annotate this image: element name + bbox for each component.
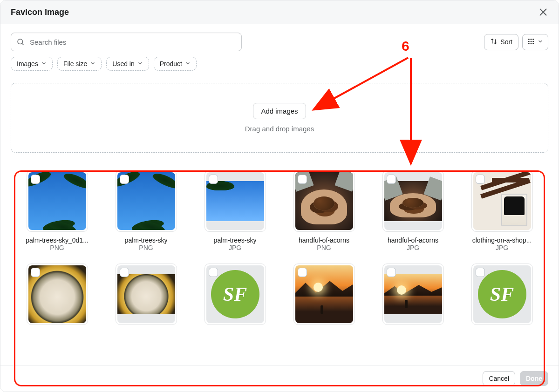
svg-point-5 bbox=[531, 39, 532, 40]
file-card[interactable] bbox=[19, 264, 95, 325]
done-button[interactable]: Done bbox=[520, 371, 548, 386]
chevron-down-icon bbox=[538, 38, 543, 46]
file-card[interactable] bbox=[108, 264, 184, 325]
svg-point-4 bbox=[528, 39, 530, 40]
search-icon bbox=[16, 38, 25, 46]
file-name: clothing-on-a-shop... bbox=[472, 237, 532, 244]
close-icon[interactable] bbox=[538, 7, 548, 17]
file-thumbnail[interactable] bbox=[116, 170, 177, 232]
grid-icon bbox=[527, 38, 535, 47]
svg-point-12 bbox=[532, 43, 534, 44]
file-card[interactable]: clothing-on-a-shop...JPG bbox=[464, 170, 540, 251]
file-card[interactable]: SF bbox=[197, 264, 273, 325]
file-thumbnail[interactable] bbox=[382, 264, 444, 325]
toolbar: Sort bbox=[0, 24, 559, 56]
select-checkbox[interactable] bbox=[31, 268, 40, 277]
cancel-button[interactable]: Cancel bbox=[483, 371, 515, 386]
chevron-down-icon bbox=[90, 60, 95, 68]
select-checkbox[interactable] bbox=[298, 175, 307, 184]
file-type: JPG bbox=[496, 244, 508, 251]
search-field[interactable] bbox=[11, 33, 242, 51]
gallery-grid: palm-trees-sky_0d1...PNGpalm-trees-skyPN… bbox=[11, 160, 548, 330]
search-input[interactable] bbox=[11, 33, 242, 51]
chevron-down-icon bbox=[185, 60, 191, 68]
svg-point-2 bbox=[18, 39, 23, 44]
file-card[interactable]: palm-trees-sky_0d1...PNG bbox=[19, 170, 95, 251]
filter-file-size[interactable]: File size bbox=[57, 57, 102, 71]
modal-footer: Cancel Done bbox=[0, 365, 559, 392]
select-checkbox[interactable] bbox=[476, 268, 485, 277]
file-card[interactable] bbox=[286, 264, 362, 325]
filter-label: Used in bbox=[112, 60, 134, 68]
dropzone[interactable]: Add images Drag and drop images bbox=[11, 83, 548, 153]
chevron-down-icon bbox=[137, 60, 143, 68]
file-type: PNG bbox=[139, 244, 153, 251]
svg-point-6 bbox=[532, 39, 534, 40]
file-card[interactable]: handful-of-acornsPNG bbox=[286, 170, 362, 251]
filter-label: File size bbox=[63, 60, 87, 68]
file-thumbnail[interactable] bbox=[293, 170, 355, 232]
file-type: PNG bbox=[50, 244, 64, 251]
svg-point-10 bbox=[528, 43, 530, 44]
file-name: handful-of-acorns bbox=[299, 237, 349, 244]
filter-product[interactable]: Product bbox=[154, 57, 197, 71]
select-checkbox[interactable] bbox=[120, 175, 129, 184]
file-name: palm-trees-sky bbox=[125, 237, 168, 244]
filter-images[interactable]: Images bbox=[11, 57, 53, 71]
right-controls: Sort bbox=[484, 34, 548, 50]
file-name: palm-trees-sky_0d1... bbox=[26, 237, 89, 244]
filter-used-in[interactable]: Used in bbox=[106, 57, 149, 71]
svg-point-11 bbox=[531, 43, 532, 44]
file-thumbnail[interactable] bbox=[382, 170, 444, 232]
select-checkbox[interactable] bbox=[387, 268, 396, 277]
svg-point-8 bbox=[531, 41, 532, 42]
file-thumbnail[interactable] bbox=[27, 264, 88, 325]
svg-point-7 bbox=[528, 41, 530, 42]
favicon-modal: Favicon image Sort bbox=[0, 0, 559, 392]
file-type: PNG bbox=[317, 244, 331, 251]
chevron-down-icon bbox=[41, 60, 47, 68]
file-type: JPG bbox=[229, 244, 241, 251]
select-checkbox[interactable] bbox=[209, 268, 218, 277]
file-name: handful-of-acorns bbox=[388, 237, 438, 244]
select-checkbox[interactable] bbox=[476, 175, 485, 184]
select-checkbox[interactable] bbox=[387, 175, 396, 184]
dropzone-hint: Drag and drop images bbox=[245, 125, 314, 133]
filter-label: Images bbox=[17, 60, 38, 68]
filters: Images File size Used in Product bbox=[0, 56, 559, 77]
select-checkbox[interactable] bbox=[120, 268, 129, 277]
file-name: palm-trees-sky bbox=[214, 237, 257, 244]
view-toggle-button[interactable] bbox=[522, 34, 548, 50]
file-thumbnail[interactable]: SF bbox=[205, 264, 266, 325]
file-thumbnail[interactable] bbox=[27, 170, 88, 232]
filter-label: Product bbox=[160, 60, 182, 68]
modal-header: Favicon image bbox=[0, 0, 559, 24]
file-thumbnail[interactable] bbox=[471, 170, 533, 232]
svg-line-3 bbox=[22, 43, 23, 45]
sort-icon bbox=[490, 38, 498, 47]
sort-button[interactable]: Sort bbox=[484, 34, 518, 50]
file-thumbnail[interactable] bbox=[205, 170, 266, 232]
file-card[interactable]: handful-of-acornsJPG bbox=[375, 170, 451, 251]
file-card[interactable]: palm-trees-skyPNG bbox=[108, 170, 184, 251]
sort-label: Sort bbox=[500, 38, 512, 46]
add-images-button[interactable]: Add images bbox=[253, 103, 306, 119]
file-thumbnail[interactable]: SF bbox=[471, 264, 533, 325]
file-card[interactable] bbox=[375, 264, 451, 325]
file-thumbnail[interactable] bbox=[293, 264, 355, 325]
svg-point-9 bbox=[532, 41, 534, 42]
select-checkbox[interactable] bbox=[209, 175, 218, 184]
select-checkbox[interactable] bbox=[298, 268, 307, 277]
modal-title: Favicon image bbox=[11, 7, 69, 17]
select-checkbox[interactable] bbox=[31, 175, 40, 184]
gallery-container: palm-trees-sky_0d1...PNGpalm-trees-skyPN… bbox=[11, 160, 548, 365]
file-card[interactable]: palm-trees-skyJPG bbox=[197, 170, 273, 251]
file-type: JPG bbox=[407, 244, 419, 251]
file-thumbnail[interactable] bbox=[116, 264, 177, 325]
file-card[interactable]: SF bbox=[464, 264, 540, 325]
